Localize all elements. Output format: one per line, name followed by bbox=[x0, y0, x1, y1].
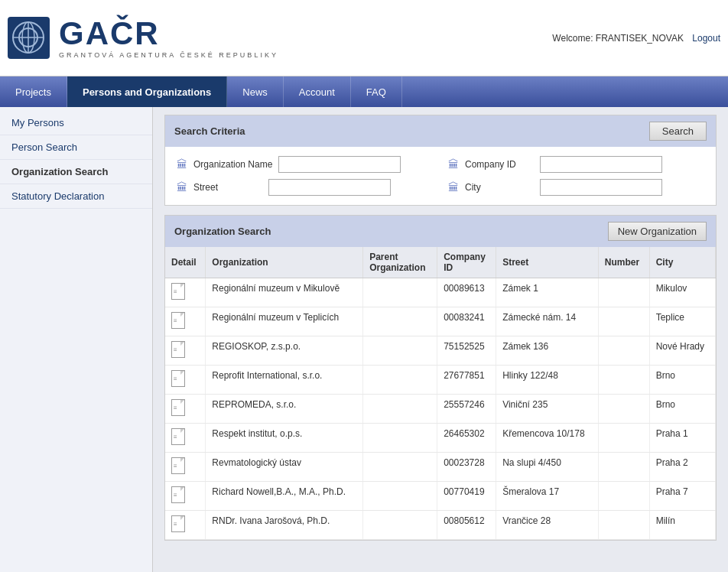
cell-number bbox=[598, 453, 649, 482]
cell-parent-org bbox=[363, 482, 437, 511]
document-icon[interactable] bbox=[171, 341, 185, 358]
app-header: GAČR GRANTOVÁ AGENTURA ČESKÉ REPUBLIKY W… bbox=[0, 0, 728, 76]
col-city: City bbox=[649, 247, 715, 278]
tab-persons-organizations[interactable]: Persons and Organizations bbox=[67, 76, 227, 107]
cell-detail[interactable] bbox=[165, 336, 206, 366]
cell-number bbox=[598, 395, 649, 424]
cell-street: Křemencova 10/178 bbox=[496, 424, 599, 453]
cell-parent-org bbox=[363, 511, 437, 540]
cell-number bbox=[598, 511, 649, 540]
search-criteria-header: Search Criteria Search bbox=[165, 115, 716, 147]
cell-company-id: 00805612 bbox=[437, 511, 496, 540]
cell-parent-org bbox=[363, 395, 437, 424]
city-input[interactable] bbox=[540, 179, 662, 196]
cell-parent-org bbox=[363, 336, 437, 366]
cell-company-id: 00770419 bbox=[437, 482, 496, 511]
sidebar-item-statutory-declaration[interactable]: Statutory Declaration bbox=[0, 184, 152, 209]
search-button[interactable]: Search bbox=[649, 122, 707, 141]
logo-text: GAČR GRANTOVÁ AGENTURA ČESKÉ REPUBLIKY bbox=[59, 18, 278, 59]
document-icon[interactable] bbox=[171, 312, 185, 329]
company-id-input[interactable] bbox=[540, 156, 662, 173]
cell-street: Vrančice 28 bbox=[496, 511, 599, 540]
new-organization-button[interactable]: New Organization bbox=[608, 222, 707, 241]
content-area: Search Criteria Search 🏛 Organization Na… bbox=[153, 107, 728, 572]
cell-number bbox=[598, 366, 649, 395]
cell-street: Zámek 136 bbox=[496, 336, 599, 366]
cell-organization: Regionální muzeum v Mikulově bbox=[206, 278, 363, 307]
col-organization: Organization bbox=[206, 247, 363, 278]
company-id-icon: 🏛 bbox=[448, 158, 459, 171]
tab-faq[interactable]: FAQ bbox=[351, 76, 402, 107]
cell-street: Hlinky 122/48 bbox=[496, 366, 599, 395]
document-icon[interactable] bbox=[171, 399, 185, 416]
cell-parent-org bbox=[363, 424, 437, 453]
cell-detail[interactable] bbox=[165, 395, 206, 424]
cell-parent-org bbox=[363, 453, 437, 482]
org-name-field-row: 🏛 Organization Name bbox=[177, 156, 433, 173]
table-row: Regionální muzeum v Teplicích00083241Zám… bbox=[165, 307, 716, 336]
document-icon[interactable] bbox=[171, 428, 185, 445]
cell-number bbox=[598, 424, 649, 453]
document-icon[interactable] bbox=[171, 283, 185, 300]
document-icon[interactable] bbox=[171, 370, 185, 387]
main-layout: My Persons Person Search Organization Se… bbox=[0, 107, 728, 572]
col-number: Number bbox=[598, 247, 649, 278]
cell-city: Praha 7 bbox=[649, 482, 715, 511]
cell-company-id: 00023728 bbox=[437, 453, 496, 482]
cell-number bbox=[598, 278, 649, 307]
tab-projects[interactable]: Projects bbox=[0, 76, 67, 107]
col-detail: Detail bbox=[165, 247, 206, 278]
street-label: Street bbox=[193, 182, 262, 193]
cell-company-id: 00083241 bbox=[437, 307, 496, 336]
cell-detail[interactable] bbox=[165, 482, 206, 511]
cell-company-id: 25557246 bbox=[437, 395, 496, 424]
cell-city: Nové Hrady bbox=[649, 336, 715, 366]
city-icon: 🏛 bbox=[448, 181, 459, 193]
cell-detail[interactable] bbox=[165, 511, 206, 540]
results-table: Detail Organization ParentOrganization C… bbox=[165, 247, 716, 540]
table-row: Respekt institut, o.p.s.26465302Křemenco… bbox=[165, 424, 716, 453]
cell-street: Zámecké nám. 14 bbox=[496, 307, 599, 336]
sidebar-item-person-search[interactable]: Person Search bbox=[0, 135, 152, 160]
cell-detail[interactable] bbox=[165, 307, 206, 336]
document-icon[interactable] bbox=[171, 457, 185, 474]
sidebar-item-my-persons[interactable]: My Persons bbox=[0, 111, 152, 135]
tab-news[interactable]: News bbox=[227, 76, 284, 107]
table-row: Revmatologický ústav00023728Na slupi 4/4… bbox=[165, 453, 716, 482]
org-name-input[interactable] bbox=[278, 156, 401, 173]
cell-city: Brno bbox=[649, 366, 715, 395]
cell-detail[interactable] bbox=[165, 366, 206, 395]
logo-area: GAČR GRANTOVÁ AGENTURA ČESKÉ REPUBLIKY bbox=[0, 9, 286, 67]
table-row: REPROMEDA, s.r.o.25557246Viniční 235Brno bbox=[165, 395, 716, 424]
tab-account[interactable]: Account bbox=[284, 76, 351, 107]
welcome-text: Welcome: FRANTISEK_NOVAK bbox=[552, 33, 684, 44]
cell-detail[interactable] bbox=[165, 278, 206, 307]
cell-detail[interactable] bbox=[165, 453, 206, 482]
cell-city: Milín bbox=[649, 511, 715, 540]
org-name-icon: 🏛 bbox=[177, 158, 187, 171]
cell-organization: RNDr. Ivana Jarošová, Ph.D. bbox=[206, 511, 363, 540]
cell-street: Viniční 235 bbox=[496, 395, 599, 424]
street-icon: 🏛 bbox=[177, 181, 187, 193]
cell-parent-org bbox=[363, 278, 437, 307]
navigation-bar: Projects Persons and Organizations News … bbox=[0, 76, 728, 107]
cell-street: Zámek 1 bbox=[496, 278, 599, 307]
logout-button[interactable]: Logout bbox=[692, 33, 720, 44]
org-search-panel: Organization Search New Organization Det… bbox=[164, 215, 717, 541]
cell-organization: Richard Nowell,B.A., M.A., Ph.D. bbox=[206, 482, 363, 511]
cell-number bbox=[598, 336, 649, 366]
cell-city: Praha 2 bbox=[649, 453, 715, 482]
document-icon[interactable] bbox=[171, 515, 185, 532]
sidebar-item-organization-search[interactable]: Organization Search bbox=[0, 160, 152, 184]
col-street: Street bbox=[496, 247, 599, 278]
document-icon[interactable] bbox=[171, 486, 185, 503]
cell-company-id: 75152525 bbox=[437, 336, 496, 366]
user-info: Welcome: FRANTISEK_NOVAK Logout bbox=[552, 33, 720, 44]
cell-detail[interactable] bbox=[165, 424, 206, 453]
cell-city: Mikulov bbox=[649, 278, 715, 307]
cell-city: Praha 1 bbox=[649, 424, 715, 453]
cell-company-id: 26465302 bbox=[437, 424, 496, 453]
street-input[interactable] bbox=[268, 179, 391, 196]
city-field-row: 🏛 City bbox=[448, 179, 704, 196]
results-table-body: Regionální muzeum v Mikulově00089613Záme… bbox=[165, 278, 716, 540]
